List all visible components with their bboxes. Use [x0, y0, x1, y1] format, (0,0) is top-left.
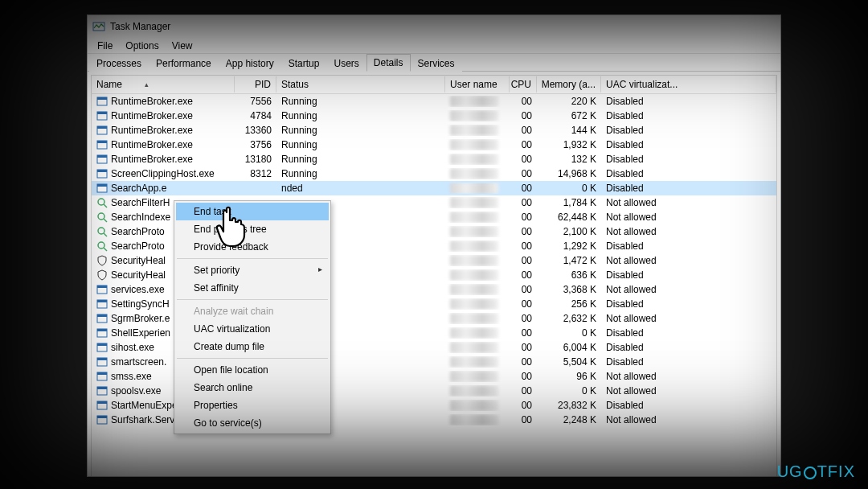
- svg-line-18: [104, 219, 107, 222]
- cell-cpu: 00: [510, 110, 537, 121]
- cell-cpu: 00: [510, 385, 537, 397]
- titlebar[interactable]: Task Manager: [88, 15, 780, 38]
- col-header-pid[interactable]: PID: [235, 76, 276, 92]
- col-header-cpu[interactable]: CPU: [510, 76, 537, 92]
- svg-rect-42: [97, 416, 107, 418]
- watermark-tfix: TFIX: [817, 462, 855, 481]
- svg-point-15: [98, 199, 104, 205]
- cell-memory: 2,100 K: [537, 226, 601, 237]
- watermark-ring-icon: [804, 466, 817, 479]
- cell-uac: Not allowed: [601, 212, 776, 223]
- col-header-name[interactable]: Name: [92, 76, 235, 92]
- table-row[interactable]: RuntimeBroker.exe7556Running00220 KDisab…: [92, 94, 776, 109]
- cell-user: [445, 240, 510, 252]
- cell-uac: Not allowed: [601, 255, 776, 266]
- ctx-uac-virtualization[interactable]: UAC virtualization: [176, 320, 329, 338]
- cell-user: [445, 168, 510, 179]
- tabbar: Processes Performance App history Startu…: [88, 53, 780, 72]
- cell-memory: 1,784 K: [537, 197, 601, 208]
- ctx-properties[interactable]: Properties: [176, 397, 329, 414]
- process-name: SettingSyncH: [111, 298, 170, 310]
- cell-user: [445, 298, 510, 310]
- process-icon: [96, 371, 108, 382]
- cell-status: Running: [276, 125, 445, 136]
- cell-memory: 1,292 K: [537, 240, 601, 252]
- table-row[interactable]: RuntimeBroker.exe13360Running00144 KDisa…: [92, 123, 776, 138]
- ctx-open-file-location[interactable]: Open file location: [176, 361, 329, 379]
- ctx-go-to-services[interactable]: Go to service(s): [176, 414, 329, 432]
- ctx-provide-feedback[interactable]: Provide feedback: [176, 238, 329, 256]
- svg-rect-24: [97, 286, 107, 288]
- cell-user: [445, 183, 510, 194]
- cell-user: [445, 197, 510, 208]
- table-row[interactable]: RuntimeBroker.exe4784Running00672 KDisab…: [92, 109, 776, 123]
- tab-startup[interactable]: Startup: [281, 55, 327, 72]
- process-name: SearchIndexe: [111, 212, 170, 223]
- tab-services[interactable]: Services: [411, 55, 462, 72]
- cell-cpu: 00: [510, 414, 537, 425]
- ctx-end-process-tree[interactable]: End process tree: [176, 220, 329, 238]
- col-header-user[interactable]: User name: [445, 76, 510, 92]
- cell-memory: 0 K: [537, 183, 601, 194]
- cell-pid: 13360: [235, 125, 276, 136]
- cell-status: Running: [276, 96, 445, 107]
- cell-user: [445, 313, 510, 324]
- table-row[interactable]: ScreenClippingHost.exe8312Running0014,96…: [92, 166, 776, 181]
- tab-apphistory[interactable]: App history: [219, 55, 281, 72]
- table-row[interactable]: SearchApp.ended000 KDisabled: [92, 181, 776, 195]
- cell-cpu: 00: [510, 197, 537, 208]
- ctx-sep: [177, 358, 328, 359]
- cell-cpu: 00: [510, 240, 537, 252]
- cell-cpu: 00: [510, 313, 537, 324]
- ctx-search-online[interactable]: Search online: [176, 379, 329, 397]
- process-name: SecurityHeal: [111, 255, 166, 266]
- process-icon: [96, 125, 108, 136]
- menu-view[interactable]: View: [166, 39, 199, 52]
- process-icon: [96, 313, 108, 324]
- menubar: File Options View: [88, 38, 780, 53]
- tab-users[interactable]: Users: [326, 55, 366, 72]
- cell-uac: Disabled: [601, 125, 776, 136]
- table-row[interactable]: RuntimeBroker.exe13180Running00132 KDisa…: [92, 152, 776, 166]
- col-header-uac[interactable]: UAC virtualizat...: [601, 76, 776, 92]
- cell-cpu: 00: [510, 125, 537, 136]
- cell-uac: Disabled: [601, 110, 776, 121]
- process-icon: [96, 414, 108, 425]
- svg-rect-34: [97, 358, 107, 360]
- window-title: Task Manager: [110, 21, 170, 32]
- menu-options[interactable]: Options: [119, 39, 165, 52]
- tab-processes[interactable]: Processes: [89, 55, 149, 72]
- cell-cpu: 00: [510, 96, 537, 107]
- ctx-set-affinity[interactable]: Set affinity: [176, 279, 329, 297]
- process-icon: [96, 226, 108, 237]
- cell-cpu: 00: [510, 226, 537, 237]
- cell-memory: 636 K: [537, 269, 601, 281]
- cell-pid: 8312: [235, 168, 276, 179]
- cell-uac: Not allowed: [601, 313, 776, 324]
- tab-details[interactable]: Details: [366, 54, 411, 72]
- process-icon: [96, 154, 108, 165]
- svg-line-16: [104, 204, 107, 208]
- process-name: RuntimeBroker.exe: [111, 96, 193, 107]
- ctx-create-dump-file[interactable]: Create dump file: [176, 338, 329, 355]
- task-manager-icon: [92, 20, 105, 33]
- process-name: sihost.exe: [111, 342, 154, 353]
- ctx-end-task[interactable]: End task: [176, 203, 329, 220]
- cell-user: [445, 139, 510, 150]
- process-icon: [96, 298, 108, 310]
- col-header-status[interactable]: Status: [276, 76, 445, 92]
- cell-status: nded: [276, 183, 445, 194]
- cell-status: Running: [276, 110, 445, 121]
- ctx-set-priority[interactable]: Set priority: [176, 261, 329, 279]
- cell-memory: 2,248 K: [537, 414, 601, 425]
- table-row[interactable]: RuntimeBroker.exe3756Running001,932 KDis…: [92, 138, 776, 152]
- col-header-memory[interactable]: Memory (a...: [537, 76, 601, 92]
- menu-file[interactable]: File: [91, 39, 119, 52]
- svg-rect-10: [97, 155, 107, 158]
- process-icon: [96, 240, 108, 252]
- cell-pid: 3756: [235, 139, 276, 150]
- cell-memory: 1,472 K: [537, 255, 601, 266]
- tab-performance[interactable]: Performance: [149, 55, 219, 72]
- process-icon: [96, 342, 108, 353]
- process-name: RuntimeBroker.exe: [111, 154, 193, 165]
